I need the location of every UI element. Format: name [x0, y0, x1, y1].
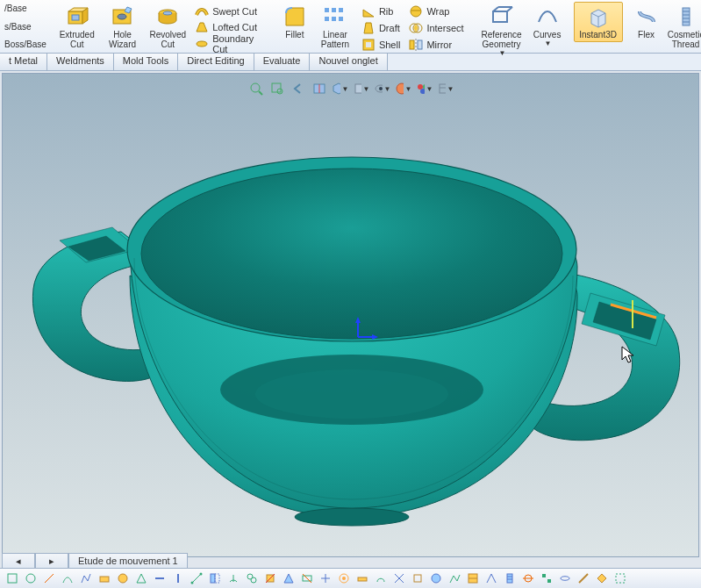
sketch-tool-10[interactable]: [169, 570, 187, 587]
curves-icon: [535, 4, 560, 29]
hole-wizard-button[interactable]: Hole Wizard: [100, 2, 146, 52]
wrap-button[interactable]: Wrap: [404, 4, 468, 20]
extruded-cut-button[interactable]: Extruded Cut: [54, 2, 100, 52]
cosmetic-thread-icon: [674, 4, 698, 29]
tab-sheet-metal[interactable]: t Metal: [0, 54, 47, 70]
intersect-button[interactable]: Intersect: [404, 20, 468, 37]
intersect-icon: [409, 21, 423, 35]
rib-icon: [361, 4, 376, 18]
rib-button[interactable]: Rib: [357, 4, 404, 20]
sketch-tool-26[interactable]: [464, 570, 482, 587]
tab-new[interactable]: Nouvel onglet: [310, 54, 387, 70]
boss-base-stub-3[interactable]: Boss/Base: [0, 38, 51, 51]
boundary-cut-icon: [195, 37, 209, 51]
sketch-tool-16[interactable]: [280, 570, 297, 587]
dropdown-icon: ▼: [499, 49, 506, 57]
svg-rect-81: [215, 574, 219, 583]
sketch-tool-25[interactable]: [446, 570, 463, 587]
sketch-tool-5[interactable]: [77, 570, 95, 587]
svg-rect-14: [339, 17, 343, 21]
mirror-icon: [409, 38, 423, 52]
linear-pattern-icon: [323, 4, 347, 29]
sketch-tool-24[interactable]: [427, 570, 445, 587]
svg-rect-13: [332, 17, 336, 21]
cosmetic-thread-button[interactable]: Cosmetic Thread: [663, 2, 701, 52]
draft-button[interactable]: Draft: [357, 20, 404, 37]
bowl-model: [3, 74, 699, 555]
svg-point-79: [200, 573, 203, 576]
svg-marker-69: [622, 347, 633, 362]
swept-cut-icon: [195, 4, 209, 18]
svg-marker-87: [284, 574, 293, 583]
svg-rect-23: [418, 40, 422, 49]
graphics-viewport[interactable]: ▼ ▼ ▼ ▼ ▼ ▼: [2, 73, 699, 557]
sketch-tool-8[interactable]: [132, 570, 150, 587]
linear-pattern-button[interactable]: Linear Pattern: [313, 2, 357, 52]
svg-rect-104: [542, 574, 546, 577]
sketch-tool-21[interactable]: [372, 570, 390, 587]
svg-rect-33: [683, 8, 690, 25]
motion-study-tabs: ◂ ▸ Etude de mouvement 1: [2, 553, 188, 569]
motion-study-tab[interactable]: Etude de mouvement 1: [68, 553, 188, 569]
svg-point-74: [118, 574, 127, 583]
sketch-tool-1[interactable]: [4, 570, 21, 587]
ref-geometry-button[interactable]: Reference Geometry▼: [476, 2, 528, 60]
sketch-tool-27[interactable]: [483, 570, 500, 587]
tab-evaluate[interactable]: Evaluate: [254, 54, 311, 70]
revolved-cut-icon: [155, 4, 180, 29]
left-crop-buttons: /Base s/Base Boss/Base: [0, 0, 51, 53]
sketch-tool-12[interactable]: [206, 570, 224, 587]
sketch-tool-3[interactable]: [40, 570, 58, 587]
sketch-tool-23[interactable]: [409, 570, 426, 587]
sketch-tool-34[interactable]: [612, 570, 629, 587]
sketch-tool-14[interactable]: [243, 570, 261, 587]
sketch-tool-32[interactable]: [575, 570, 592, 587]
boundary-cut-button[interactable]: Boundary Cut: [190, 35, 269, 53]
sketch-tool-20[interactable]: [354, 570, 371, 587]
sketch-tool-7[interactable]: [114, 570, 132, 587]
svg-rect-22: [410, 40, 414, 49]
mirror-button[interactable]: Mirror: [404, 36, 468, 53]
sketch-tool-17[interactable]: [298, 570, 316, 587]
sketch-tool-6[interactable]: [96, 570, 113, 587]
sketch-tool-9[interactable]: [151, 570, 168, 587]
sketch-tool-18[interactable]: [317, 570, 334, 587]
svg-point-96: [432, 574, 440, 583]
sketch-tool-13[interactable]: [225, 570, 242, 587]
sketch-tool-28[interactable]: [501, 570, 519, 587]
svg-point-71: [26, 574, 35, 583]
bottom-sketch-toolbar: [0, 568, 701, 588]
sketch-tool-29[interactable]: [519, 570, 537, 587]
fillet-button[interactable]: Fillet: [276, 2, 313, 42]
tab-weldments[interactable]: Weldments: [47, 54, 114, 70]
motion-tab-next[interactable]: ▸: [35, 553, 68, 569]
sketch-tool-31[interactable]: [556, 570, 574, 587]
sketch-tool-19[interactable]: [335, 570, 353, 587]
boss-base-stub-2[interactable]: s/Base: [0, 20, 51, 33]
instant3d-button[interactable]: Instant3D: [574, 2, 623, 42]
sketch-tool-30[interactable]: [538, 570, 555, 587]
sketch-tool-4[interactable]: [59, 570, 76, 587]
tab-mold-tools[interactable]: Mold Tools: [114, 54, 178, 70]
draft-icon: [361, 21, 376, 35]
flex-button[interactable]: Flex: [630, 2, 663, 42]
sketch-tool-2[interactable]: [22, 570, 39, 587]
svg-rect-70: [8, 574, 17, 583]
svg-rect-3: [72, 15, 79, 20]
curves-button[interactable]: Curves▼: [528, 2, 567, 50]
ref-geometry-icon: [490, 4, 514, 29]
shell-button[interactable]: Shell: [357, 36, 404, 53]
sketch-tool-33[interactable]: [593, 570, 611, 587]
sketch-tool-11[interactable]: [188, 570, 205, 587]
extruded-cut-icon: [65, 4, 89, 29]
origin-triad-icon: [349, 315, 384, 350]
boss-base-stub-1[interactable]: /Base: [0, 2, 51, 15]
tab-direct-editing[interactable]: Direct Editing: [178, 54, 254, 70]
sketch-tool-22[interactable]: [390, 570, 408, 587]
revolved-cut-button[interactable]: Revolved Cut: [145, 2, 190, 52]
swept-cut-button[interactable]: Swept Cut: [190, 4, 269, 19]
motion-tab-prev[interactable]: ◂: [2, 553, 35, 569]
svg-marker-68: [372, 334, 378, 340]
sketch-tool-15[interactable]: [261, 570, 279, 587]
svg-rect-11: [339, 8, 343, 12]
